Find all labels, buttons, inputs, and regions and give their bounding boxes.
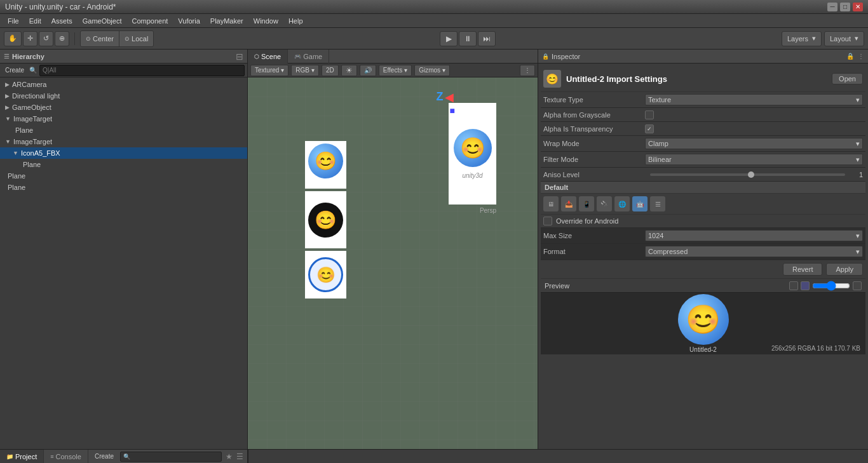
scene-objects-left: 😊 😊 😊 [305, 141, 346, 299]
gizmos-dropdown[interactable]: Gizmos ▾ [414, 65, 450, 76]
alpha-grayscale-checkbox[interactable] [645, 111, 654, 119]
hier-item-plane4[interactable]: Plane [0, 182, 247, 193]
max-size-value: 1024 [648, 232, 663, 239]
platform-extra[interactable]: ☰ [650, 196, 665, 211]
menu-playmaker[interactable]: PlayMaker [205, 16, 248, 26]
hierarchy-search-bar: Create 🔍 [0, 64, 247, 77]
platform-plugin[interactable]: 🔌 [597, 196, 612, 211]
menu-edit[interactable]: Edit [24, 16, 46, 26]
project-fav-icon[interactable]: ★ [226, 452, 233, 461]
aniso-slider[interactable] [650, 173, 845, 176]
scene-watermark: unity3d [462, 172, 482, 179]
smiley-blue-right: 😊 [454, 129, 492, 167]
gizmo-square: ■ [450, 105, 455, 116]
hand-tool[interactable]: ✋ [4, 31, 22, 46]
hier-item-gameobject[interactable]: ▶GameObject [0, 102, 247, 113]
project-search[interactable]: 🔍 [120, 452, 222, 462]
android-override-checkbox[interactable] [543, 217, 552, 225]
hier-item-plane2[interactable]: Plane [0, 159, 247, 170]
tab-project[interactable]: 📁 Project [0, 450, 44, 464]
local-button[interactable]: ⊙ Local [119, 31, 153, 46]
max-size-dropdown[interactable]: 1024 ▾ [645, 230, 863, 241]
white-plane-bot: 😊 [305, 251, 346, 299]
filter-mode-dropdown[interactable]: Bilinear ▾ [645, 154, 863, 165]
effects-dropdown[interactable]: Effects ▾ [379, 65, 412, 76]
inspector-content: 😊 Untitled-2 Import Settings Open Textur… [538, 64, 868, 449]
scene-view[interactable]: 😊 😊 😊 😊 unity3d Persp Z [248, 77, 538, 449]
hierarchy-content: ▶ARCamera ▶Directional light ▶GameObject… [0, 77, 247, 449]
console-icon: ≡ [50, 453, 53, 460]
separator-1 [74, 32, 75, 45]
menubar: File Edit Assets GameObject Component Vu… [0, 14, 868, 28]
collapse-icon[interactable]: ⊟ [236, 51, 243, 62]
transform-tools: ✋ ✛ ↺ ⊕ [4, 31, 69, 46]
chevron-down-icon: ▾ [812, 34, 816, 43]
tab-scene[interactable]: ⬡Scene [248, 50, 288, 64]
hier-item-imagetarget2[interactable]: ▼ImageTarget [0, 136, 247, 147]
inspector-more[interactable]: ⋮ [858, 53, 864, 60]
scale-tool[interactable]: ⊕ [55, 31, 69, 46]
hier-item-icona5fbx[interactable]: ▼IconA5_FBX [0, 147, 247, 159]
preview-ctrl-2[interactable] [801, 281, 810, 290]
hier-item-directional[interactable]: ▶Directional light [0, 90, 247, 102]
maximize-button[interactable]: □ [840, 3, 850, 11]
preview-info: 256x256 RGBA 16 bit 170.7 KB [771, 345, 860, 352]
tab-game[interactable]: 🎮Game [288, 50, 329, 64]
revert-button[interactable]: Revert [783, 263, 822, 276]
layers-dropdown[interactable]: Layers ▾ [782, 31, 822, 46]
hierarchy-panel: ☰ Hierarchy ⊟ Create 🔍 ▶ARCamera ▶Direct… [0, 50, 248, 449]
format-dropdown[interactable]: Compressed ▾ [645, 246, 863, 257]
smiley-black: 😊 [308, 203, 343, 238]
preview-ctrl-1[interactable] [789, 281, 798, 290]
pause-button[interactable]: ⏸ [459, 31, 477, 46]
hierarchy-search-input[interactable] [39, 65, 245, 76]
play-button[interactable]: ▶ [440, 31, 458, 46]
hierarchy-create-btn[interactable]: Create [3, 66, 27, 74]
preview-image: 😊 [678, 294, 729, 345]
2d-button[interactable]: 2D [322, 65, 339, 76]
close-button[interactable]: ✕ [853, 3, 863, 11]
step-button[interactable]: ⏭ [478, 31, 496, 46]
texture-type-dropdown[interactable]: Texture ▾ [645, 94, 863, 105]
menu-vuforia[interactable]: Vuforia [173, 16, 205, 26]
menu-file[interactable]: File [3, 16, 24, 26]
menu-gameobject[interactable]: GameObject [78, 16, 127, 26]
wrap-mode-dropdown[interactable]: Clamp ▾ [645, 138, 863, 149]
layout-dropdown[interactable]: Layout ▾ [824, 31, 864, 46]
center-button[interactable]: ⊙ Center [81, 31, 119, 46]
lock-button[interactable]: 🔒 [846, 53, 854, 60]
scene-more[interactable]: ⋮ [520, 65, 535, 76]
bottom-right-panel [248, 450, 868, 463]
tab-console[interactable]: ≡ Console [44, 450, 88, 464]
rotate-tool[interactable]: ↺ [39, 31, 53, 46]
preview-ctrl-3[interactable] [853, 281, 862, 290]
audio-button[interactable]: 🔊 [360, 65, 376, 76]
platform-mobile[interactable]: 📱 [579, 196, 594, 211]
platform-download[interactable]: 📥 [561, 196, 576, 211]
minimize-button[interactable]: ─ [827, 3, 837, 11]
menu-assets[interactable]: Assets [46, 16, 78, 26]
move-tool[interactable]: ✛ [23, 31, 37, 46]
menu-help[interactable]: Help [283, 16, 308, 26]
gizmo-arrows: ◀ ■ [445, 90, 455, 116]
alpha-transparency-checkbox[interactable] [645, 124, 654, 133]
sun-icon[interactable]: ☀ [341, 65, 357, 76]
hier-item-plane3[interactable]: Plane [0, 170, 247, 182]
open-button[interactable]: Open [832, 73, 863, 84]
platform-android[interactable]: 🤖 [632, 196, 648, 211]
hier-item-imagetarget1[interactable]: ▼ImageTarget [0, 113, 247, 124]
scene-object-right: 😊 unity3d Persp [449, 103, 496, 214]
apply-button[interactable]: Apply [826, 263, 863, 276]
hier-item-plane1[interactable]: Plane [0, 124, 247, 136]
menu-window[interactable]: Window [248, 16, 283, 26]
chevron-icon-fmt: ▾ [856, 248, 860, 256]
menu-component[interactable]: Component [126, 16, 173, 26]
platform-web[interactable]: 🌐 [614, 196, 630, 211]
rgb-dropdown[interactable]: RGB ▾ [291, 65, 319, 76]
project-create-btn[interactable]: Create [92, 452, 116, 460]
platform-desktop[interactable]: 🖥 [543, 196, 559, 211]
project-menu-icon[interactable]: ☰ [236, 452, 243, 461]
shading-dropdown[interactable]: Textured ▾ [250, 65, 288, 76]
hier-item-arcamera[interactable]: ▶ARCamera [0, 79, 247, 90]
preview-size-slider[interactable] [812, 281, 850, 290]
